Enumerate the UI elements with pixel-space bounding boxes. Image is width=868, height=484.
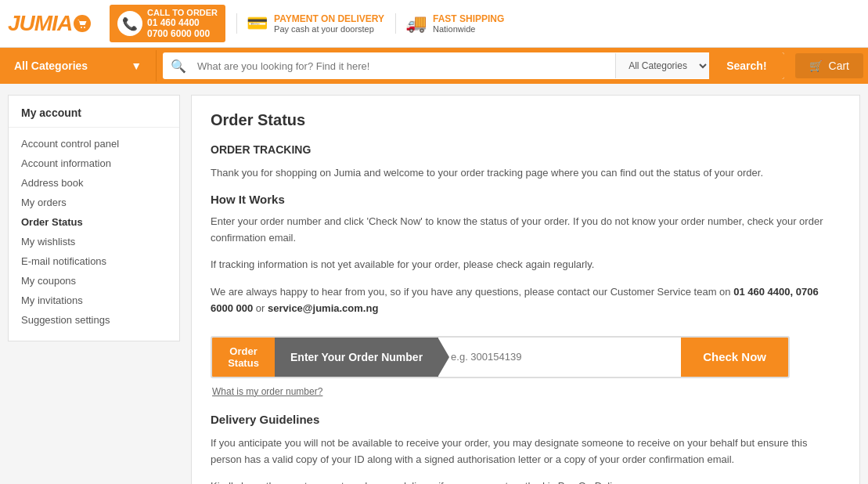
call-to-order-promo: 📞 CALL TO ORDER 01 460 4400 0700 6000 00… — [110, 5, 225, 42]
sidebar-item-order-status[interactable]: Order Status — [9, 212, 179, 232]
header-top: JUMIA 📞 CALL TO ORDER 01 460 4400 0700 6… — [0, 0, 868, 48]
logo-cart-icon — [74, 15, 91, 32]
search-icon: 🔍 — [163, 59, 194, 74]
content-area: Order Status ORDER TRACKING Thank you fo… — [191, 95, 860, 484]
order-status-line1: Order — [229, 345, 257, 357]
payment-promo: 💳 PAYMENT ON DELIVERY Pay cash at your d… — [236, 13, 384, 34]
search-area: 🔍 All Categories Search! — [163, 52, 784, 79]
order-number-input[interactable] — [438, 338, 681, 377]
cart-label: Cart — [829, 60, 849, 72]
order-tracking-form: Order Status Enter Your Order Number Che… — [211, 336, 790, 378]
call-phone2: 0700 6000 000 — [147, 28, 218, 39]
call-phone1: 01 460 4400 — [147, 17, 218, 28]
all-categories-button[interactable]: All Categories ▼ — [0, 50, 157, 81]
payment-icon: 💳 — [247, 13, 268, 34]
call-line1: CALL TO — [147, 8, 184, 17]
phone-icon: 📞 — [117, 11, 142, 36]
intro-text: Thank you for shopping on Jumia and welc… — [211, 165, 841, 182]
search-input[interactable] — [194, 54, 615, 78]
delivery-guidelines-title: Delivery Guidelines — [211, 413, 841, 426]
order-status-line2: Status — [228, 357, 259, 369]
sidebar: My account Account control panel Account… — [8, 95, 180, 341]
tracking-note: If tracking information is not yet avail… — [211, 257, 841, 273]
shipping-title: FAST SHIPPING — [433, 13, 504, 24]
logo[interactable]: JUMIA — [8, 11, 102, 36]
category-select[interactable]: All Categories — [615, 53, 709, 78]
delivery-text1: If you anticipate you will not be availa… — [211, 435, 841, 468]
cart-icon: 🛒 — [809, 60, 823, 72]
how-it-works-title: How It Works — [211, 193, 841, 206]
sidebar-item-wishlists[interactable]: My wishlists — [9, 232, 179, 251]
enter-number-text: Enter Your Order Number — [290, 351, 423, 363]
how-it-works-text: Enter your order number and click 'Check… — [211, 214, 841, 247]
svg-point-0 — [81, 27, 82, 28]
payment-title: PAYMENT ON DELIVERY — [274, 13, 384, 24]
sidebar-item-coupons[interactable]: My coupons — [9, 271, 179, 291]
sidebar-item-email-notifications[interactable]: E-mail notifications — [9, 251, 179, 271]
what-is-order-number-link[interactable]: What is my order number? — [212, 386, 841, 397]
sidebar-item-invitations[interactable]: My invitations — [9, 291, 179, 310]
cart-area[interactable]: 🛒 Cart — [795, 53, 863, 78]
call-line2: ORDER — [186, 8, 218, 17]
sidebar-item-address-book[interactable]: Address book — [9, 173, 179, 193]
page-title: Order Status — [211, 111, 841, 129]
search-button[interactable]: Search! — [709, 52, 783, 79]
shipping-icon: 🚚 — [405, 13, 427, 34]
logo-text: JUMIA — [8, 11, 72, 36]
sidebar-item-account-control[interactable]: Account control panel — [9, 134, 179, 154]
shipping-promo: 🚚 FAST SHIPPING Nationwide — [395, 13, 504, 34]
all-categories-label: All Categories — [14, 60, 88, 72]
nav-bar: All Categories ▼ 🔍 All Categories Search… — [0, 48, 868, 84]
check-now-button[interactable]: Check Now — [681, 338, 788, 377]
contact-or: or — [253, 302, 268, 314]
contact-text: We are always happy to hear from you, so… — [211, 284, 841, 317]
sidebar-item-my-orders[interactable]: My orders — [9, 193, 179, 212]
delivery-text2: Kindly have the exact amount ready upon … — [211, 479, 841, 484]
chevron-down-icon: ▼ — [131, 60, 142, 72]
contact-text-before: We are always happy to hear from you, so… — [211, 286, 733, 298]
payment-subtitle: Pay cash at your doorstep — [274, 24, 384, 34]
enter-number-label: Enter Your Order Number — [275, 338, 438, 377]
header-promo: 📞 CALL TO ORDER 01 460 4400 0700 6000 00… — [110, 5, 860, 42]
shipping-subtitle: Nationwide — [433, 24, 504, 34]
sidebar-item-account-info[interactable]: Account information — [9, 154, 179, 173]
sidebar-title: My account — [9, 107, 179, 128]
svg-point-1 — [84, 27, 85, 28]
order-status-badge: Order Status — [212, 338, 275, 377]
contact-email: service@jumia.com.ng — [268, 302, 378, 314]
tracking-title: ORDER TRACKING — [211, 143, 841, 156]
main-wrapper: My account Account control panel Account… — [0, 84, 868, 484]
sidebar-item-suggestion-settings[interactable]: Suggestion settings — [9, 310, 179, 330]
